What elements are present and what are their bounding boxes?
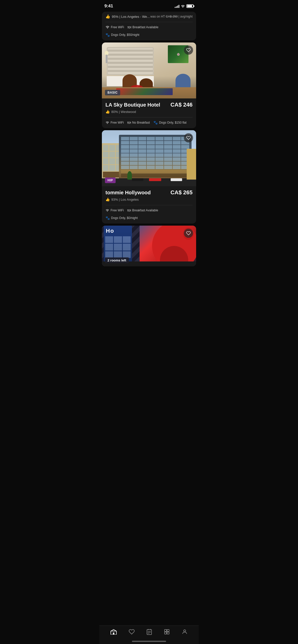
status-time: 9:41 xyxy=(104,4,113,9)
hotel-rating-text-2: 93% | Los Angeles xyxy=(111,198,139,201)
hotel-price-2: CA$ 265 xyxy=(170,189,193,196)
partial-rating: 95% | Los Angeles - We... xyxy=(112,15,150,19)
amenity-wifi: Free WiFi xyxy=(105,25,124,29)
hotel-name-price-row-1: LA Sky Boutique Hotel CA$ 246 xyxy=(105,101,193,108)
hotel-breakfast-2: 🍽 Breakfast Available xyxy=(127,208,158,212)
hotel-badge-3: 2 rooms left xyxy=(105,257,129,263)
thumb-icon-1: 👍 xyxy=(105,110,110,114)
partial-amenities: Free WiFi 🍽 Breakfast Available 🐾 Dogs O… xyxy=(105,25,193,37)
hotel-card-3-partial[interactable]: Ho 2 rooms left xyxy=(102,226,196,266)
hotel-card-body-2: tommie Hollywood CA$ 265 👍 93% | Los Ang… xyxy=(102,186,196,224)
divider-2 xyxy=(105,205,193,205)
hotel-breakfast-label-2: Breakfast Available xyxy=(132,209,158,212)
favorite-btn-3[interactable] xyxy=(184,229,193,238)
hotel-amenities-1: Free WiFi 🍽 No Breakfast 🐾 Dogs Only, $1… xyxy=(105,121,193,125)
pet-amenity-icon-2: 🐾 xyxy=(105,216,110,220)
thumb-icon-2: 👍 xyxy=(105,197,110,201)
wifi-status-icon xyxy=(181,4,185,8)
partial-hotel-card: 👍 95% | Los Angeles - We... was on HT CA… xyxy=(102,12,196,40)
hotel-rating-text-1: 80% | Westwood xyxy=(111,110,136,114)
breakfast-icon: 🍽 xyxy=(128,25,131,29)
hotel-breakfast-1: 🍽 No Breakfast xyxy=(127,121,150,125)
divider-1 xyxy=(105,117,193,118)
hotel-name-1: LA Sky Boutique Hotel xyxy=(105,102,160,108)
status-icons xyxy=(175,4,194,8)
hotel-pet-label-1: Dogs Only, $150 flat xyxy=(159,121,186,124)
amenity-pet: 🐾 Dogs Only, $50/night xyxy=(105,33,139,37)
partial-rating-row: 👍 95% | Los Angeles - We... was on HT CA… xyxy=(105,14,193,19)
hotel-image-3: Ho 2 rooms left xyxy=(102,226,196,266)
hotel-image-2: HIP xyxy=(102,130,196,186)
wifi-amenity-icon-2 xyxy=(105,208,109,212)
amenity-breakfast: 🍽 Breakfast Available xyxy=(128,25,158,29)
hotel-rating-1: 👍 80% | Westwood xyxy=(105,110,193,114)
hotel-name-2: tommie Hollywood xyxy=(105,190,151,196)
hotel-image-1: 🌸 BAS xyxy=(102,42,196,98)
favorite-btn-1[interactable] xyxy=(184,46,193,55)
breakfast-label: Breakfast Available xyxy=(132,25,158,29)
hotel-pet-1: 🐾 Dogs Only, $150 flat xyxy=(153,121,186,125)
wifi-label: Free WiFi xyxy=(111,25,124,29)
pet-icon: 🐾 xyxy=(105,33,110,37)
signal-icon xyxy=(175,4,179,8)
hotel-amenities-2: Free WiFi 🍽 Breakfast Available 🐾 Dogs O… xyxy=(105,208,193,220)
hotel-price-1: CA$ 246 xyxy=(170,101,193,108)
wifi-amenity-icon-1 xyxy=(105,121,109,125)
hotel-card-2[interactable]: HIP tommie Hollywood CA$ 265 👍 93% | Los… xyxy=(102,130,196,224)
hotel-wifi-2: Free WiFi xyxy=(105,208,124,212)
hotel-card-body-1: LA Sky Boutique Hotel CA$ 246 👍 80% | We… xyxy=(102,98,196,128)
partial-price-was: was on HT CA$ 250 | avg/night xyxy=(150,15,193,18)
hotel-breakfast-label-1: No Breakfast xyxy=(132,121,150,124)
hotel-badge-2: HIP xyxy=(105,178,116,183)
breakfast-amenity-icon-1: 🍽 xyxy=(127,121,131,125)
battery-icon xyxy=(186,4,194,8)
hotel-name-price-row-2: tommie Hollywood CA$ 265 xyxy=(105,189,193,196)
hotel-pet-2: 🐾 Dogs Only, $0/night xyxy=(105,216,138,220)
status-bar: 9:41 xyxy=(99,0,199,11)
favorite-btn-2[interactable] xyxy=(184,133,193,142)
pet-amenity-icon-1: 🐾 xyxy=(153,121,158,125)
hotel-pet-label-2: Dogs Only, $0/night xyxy=(111,216,138,220)
hotel-badge-1: BASIC xyxy=(105,90,120,95)
hotel-wifi-1: Free WiFi xyxy=(105,121,124,125)
hotel-rating-2: 👍 93% | Los Angeles xyxy=(105,197,193,201)
wifi-icon xyxy=(105,25,110,29)
hotel-card-1[interactable]: 🌸 BAS xyxy=(102,42,196,128)
pet-label: Dogs Only, $50/night xyxy=(111,33,139,37)
breakfast-amenity-icon-2: 🍽 xyxy=(127,208,131,212)
